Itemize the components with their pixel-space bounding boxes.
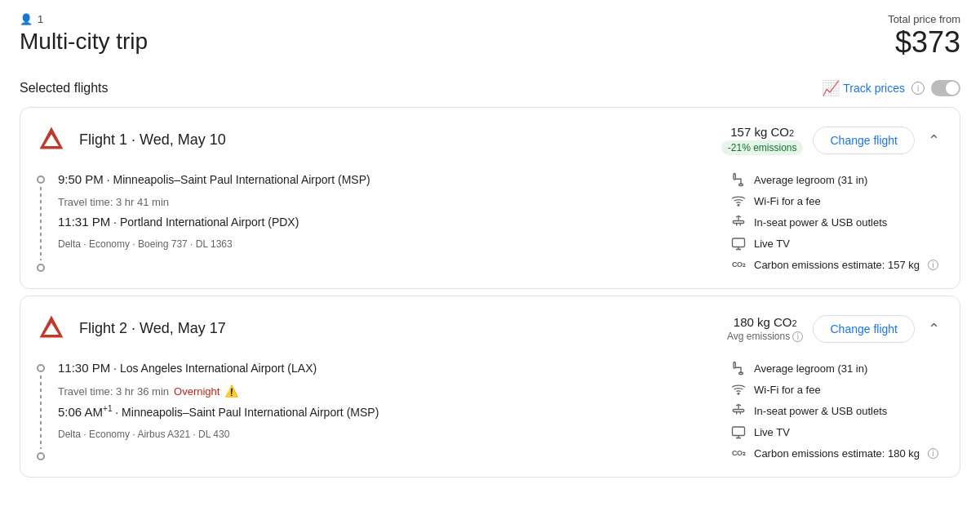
amenity-co2-1: CO₂ Carbon emissions estimate: 157 kg i [731,257,943,272]
amenity-text-3-1: Live TV [754,238,790,250]
amenity-row-1-flight-2: Wi-Fi for a fee [731,382,943,397]
arrival-airport-1: · Portland International Airport (PDX) [113,216,299,229]
flight-card-1: Flight 1 · Wed, May 10 157 kg CO2 -21% e… [20,107,960,289]
flight-card-2: Flight 2 · Wed, May 17 180 kg CO2 Avg em… [20,296,960,478]
delta-logo-1 [37,124,66,156]
emissions-section-2: 180 kg CO2 Avg emissions i [727,315,803,342]
svg-point-10 [738,393,739,394]
passenger-row: 👤 1 [20,13,148,25]
avg-emissions-info-icon-2[interactable]: i [792,331,803,342]
amenity-row-3-flight-1: Live TV [731,236,943,251]
total-price-value: $373 [888,25,960,60]
timeline-1 [37,172,45,272]
amenity-text-1-1: Wi-Fi for a fee [754,195,821,207]
track-prices-toggle[interactable] [931,80,960,96]
flight-card-header-1: Flight 1 · Wed, May 10 157 kg CO2 -21% e… [37,124,943,156]
co2-icon-2: CO₂ [731,446,746,460]
amenity-text-3-2: Live TV [754,426,790,438]
svg-rect-2 [734,174,735,180]
chevron-up-button-1[interactable]: ⌃ [925,128,943,153]
track-prices-area: 📈 Track prices i [822,79,960,97]
arrival-time-1: 11:31 PM [58,215,110,229]
route-left-2: 11:30 PM · Los Angeles International Air… [37,361,698,460]
timeline-line-1 [40,187,42,260]
amenity-icon-wifi-2 [731,382,746,397]
passenger-count: 1 [38,13,43,25]
amenity-text-0-1: Average legroom (31 in) [754,174,867,186]
flight-title-2: Flight 2 · Wed, May 17 [79,320,226,337]
track-prices-label: Track prices [843,82,905,95]
amenity-text-co2-1: Carbon emissions estimate: 157 kg [754,259,920,271]
timeline-line-2 [40,376,42,449]
amenity-icon-tv-2 [731,424,746,439]
co2-info-icon-1[interactable]: i [928,260,938,270]
avg-emissions-label-2: Avg emissions i [727,331,803,342]
timeline-dot-arrival-2 [37,452,45,460]
departure-row-1: 9:50 PM · Minneapolis–Saint Paul Interna… [58,172,698,186]
warning-icon-2: ⚠️ [224,384,238,398]
co2-info-icon-2[interactable]: i [928,448,938,459]
amenity-row-2-flight-1: In-seat power & USB outlets [731,215,943,229]
svg-rect-3 [739,184,743,185]
amenity-row-0-flight-2: Average legroom (31 in) [731,361,943,376]
trip-title: Multi-city trip [20,29,148,55]
amenity-text-0-2: Average legroom (31 in) [754,362,867,375]
departure-airport-2: · Los Angeles International Airport (LAX… [113,362,317,375]
page-header: 👤 1 Multi-city trip Total price from $37… [20,13,960,60]
amenity-icon-legroom-1 [731,172,746,187]
amenity-row-3-flight-2: Live TV [731,424,943,439]
departure-row-2: 11:30 PM · Los Angeles International Air… [58,361,698,375]
amenity-text-2-2: In-seat power & USB outlets [754,405,887,417]
amenity-icon-power-1 [731,215,746,229]
route-details-1: 9:50 PM · Minneapolis–Saint Paul Interna… [58,172,698,272]
amenity-text-co2-2: Carbon emissions estimate: 180 kg [754,447,920,460]
route-left-1: 9:50 PM · Minneapolis–Saint Paul Interna… [37,172,698,272]
track-prices-link[interactable]: 📈 Track prices [822,79,905,97]
amenity-icon-legroom-2 [731,361,746,376]
departure-time-2: 11:30 PM [58,361,110,375]
arrival-row-1: 11:31 PM · Portland International Airpor… [58,215,698,229]
departure-airport-1: · Minneapolis–Saint Paul International A… [107,173,370,186]
flight-header-left-1: Flight 1 · Wed, May 10 [37,124,226,156]
change-flight-button-1[interactable]: Change flight [813,127,915,154]
amenity-text-2-1: In-seat power & USB outlets [754,216,887,229]
co2-icon-1: CO₂ [731,257,746,272]
route-details-2: 11:30 PM · Los Angeles International Air… [58,361,698,460]
flight-meta-1: Delta · Economy · Boeing 737 · DL 1363 [58,238,698,250]
travel-time-row-1: Travel time: 3 hr 41 min [58,189,698,215]
total-price-section: Total price from $373 [888,13,960,60]
emissions-section-1: 157 kg CO2 -21% emissions [721,125,804,155]
track-prices-info-icon[interactable]: i [911,82,925,95]
change-flight-button-2[interactable]: Change flight [813,315,915,343]
flight-route-1: 9:50 PM · Minneapolis–Saint Paul Interna… [37,172,943,272]
amenity-text-1-2: Wi-Fi for a fee [754,384,821,396]
svg-rect-9 [739,372,743,374]
amenity-icon-tv-1 [731,236,746,251]
svg-point-4 [738,204,739,206]
flight-header-actions-2: 180 kg CO2 Avg emissions i Change flight… [727,315,943,343]
amenity-icon-wifi-1 [731,193,746,208]
svg-rect-8 [734,362,735,369]
amenity-row-0-flight-1: Average legroom (31 in) [731,172,943,187]
timeline-2 [37,361,45,460]
flight-card-header-2: Flight 2 · Wed, May 17 180 kg CO2 Avg em… [37,313,943,344]
arrival-time-2: 5:06 AM [58,405,103,419]
chevron-up-button-2[interactable]: ⌃ [925,317,943,341]
flight-meta-2: Delta · Economy · Airbus A321 · DL 430 [58,429,698,440]
amenity-icon-power-2 [731,403,746,418]
total-price-label: Total price from [888,13,960,25]
departure-time-1: 9:50 PM [58,172,104,186]
travel-time-row-2: Travel time: 3 hr 36 minOvernight ⚠️ [58,378,698,404]
trending-up-icon: 📈 [822,79,840,97]
section-header: Selected flights 📈 Track prices i [20,79,960,97]
timeline-dot-arrival-1 [37,264,45,272]
travel-time-text-1: Travel time: 3 hr 41 min [58,196,169,208]
co2-value-1: 157 kg CO2 [721,125,804,139]
trip-meta: 👤 1 Multi-city trip [20,13,148,55]
delta-logo-2 [37,313,66,344]
co2-value-2: 180 kg CO2 [727,315,803,329]
svg-rect-5 [733,238,745,247]
amenity-co2-2: CO₂ Carbon emissions estimate: 180 kg i [731,446,943,460]
amenity-row-2-flight-2: In-seat power & USB outlets [731,403,943,418]
travel-time-text-2: Travel time: 3 hr 36 min [58,385,169,398]
